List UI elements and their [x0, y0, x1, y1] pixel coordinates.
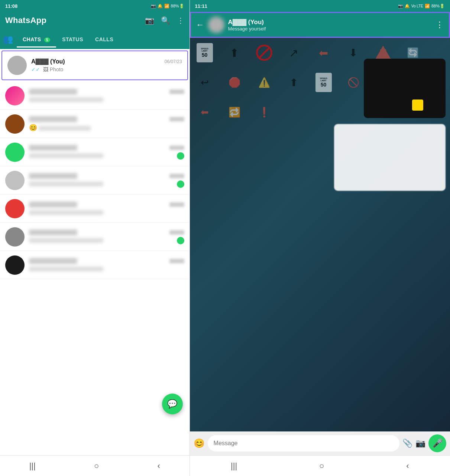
back-button-left[interactable]: ‹ — [158, 461, 160, 471]
chat-item-self[interactable]: A▓▓▓ (You) 06/07/23 ✓✓ 🖼 Photo — [1, 50, 188, 80]
nav-bar-right: ||| ○ ‹ — [190, 455, 450, 476]
chat-item-7[interactable] — [0, 223, 190, 251]
avatar-4 — [5, 143, 25, 162]
chat-top-self: A▓▓▓ (You) 06/07/23 — [31, 58, 182, 65]
signal-icon-left: 🔔 — [158, 4, 163, 9]
chat-top-6 — [29, 202, 184, 208]
avatar-2 — [5, 86, 25, 105]
avatar-6 — [5, 199, 25, 218]
back-button-right-nav[interactable]: ‹ — [406, 461, 409, 471]
chat-preview-8 — [29, 267, 103, 271]
new-chat-icon: 💬 — [167, 399, 177, 409]
home-button-right[interactable]: ○ — [319, 461, 324, 471]
chat-time-8 — [169, 259, 184, 263]
read-tick-icon: ✓✓ — [31, 66, 40, 72]
app-header: WhatsApp 📷 🔍 ⋮ — [0, 12, 190, 30]
chat-item-4[interactable] — [0, 138, 190, 166]
chat-name-7 — [29, 229, 77, 235]
chat-info-5 — [29, 173, 184, 188]
chat-avatar-right[interactable] — [208, 17, 224, 33]
chat-preview-6 — [29, 210, 103, 215]
chat-info-8 — [29, 258, 184, 272]
camera-input-button[interactable]: 📷 — [415, 438, 425, 448]
battery-right: 88%🔋 — [431, 4, 445, 9]
chat-background: SPEED LIMIT 50 ⬆ ↗ ⬅ ⬇ 🔄 ↩ — [190, 38, 450, 431]
chat-preview-4 — [29, 153, 103, 158]
back-button-right[interactable]: ← — [196, 20, 204, 30]
avatar-5 — [5, 171, 25, 190]
chat-item-8[interactable] — [0, 251, 190, 279]
battery-percent-left: 88%🔋 — [171, 4, 184, 9]
document-bubble[interactable] — [334, 124, 446, 191]
chat-list: A▓▓▓ (You) 06/07/23 ✓✓ 🖼 Photo — [0, 49, 190, 455]
recents-button-right[interactable]: ||| — [231, 461, 237, 471]
chat-time-self: 06/07/23 — [165, 59, 182, 64]
chats-badge: 5 — [44, 38, 50, 42]
chat-name-5 — [29, 173, 77, 179]
tab-calls[interactable]: Calls — [89, 31, 119, 48]
unread-badge-7 — [177, 237, 184, 244]
chat-more-button[interactable]: ⋮ — [436, 20, 444, 30]
unread-badge-5 — [177, 180, 184, 188]
messages-area — [190, 38, 450, 431]
chat-info-self: A▓▓▓ (You) 06/07/23 ✓✓ 🖼 Photo — [31, 58, 182, 72]
chat-time-4 — [169, 146, 184, 150]
chat-preview-text-3 — [39, 126, 91, 131]
chat-time-3 — [169, 117, 184, 121]
avatar-3 — [5, 114, 25, 134]
message-input-field[interactable] — [208, 435, 399, 451]
search-button[interactable]: 🔍 — [161, 16, 170, 25]
preview-row-4 — [29, 152, 184, 160]
community-tab-icon[interactable]: 👥 — [3, 35, 13, 44]
preview-row-7 — [29, 237, 184, 244]
camera-icon-right: 📷 — [398, 4, 403, 9]
more-button[interactable]: ⋮ — [177, 16, 184, 25]
chat-info-7 — [29, 229, 184, 244]
chat-name-6 — [29, 202, 77, 208]
chat-top-8 — [29, 258, 184, 264]
status-bar-left: 11:08 📷 🔔 📶 88%🔋 — [0, 0, 190, 12]
chat-preview-3: 😊 — [29, 124, 184, 132]
emoji-button[interactable]: 😊 — [194, 438, 205, 449]
time-left: 11:08 — [5, 3, 17, 9]
chat-info-4 — [29, 145, 184, 160]
mic-button[interactable]: 🎤 — [428, 434, 446, 452]
chat-info-3: 😊 — [29, 116, 184, 132]
chat-info-6 — [29, 202, 184, 216]
chat-name-8 — [29, 258, 77, 264]
bell-icon-right: 🔔 — [405, 4, 410, 9]
wifi-icon-left: 📶 — [164, 4, 169, 9]
tab-chats[interactable]: Chats 5 — [17, 31, 56, 48]
chat-item-3[interactable]: 😊 — [0, 110, 190, 138]
chat-item-6[interactable] — [0, 195, 190, 223]
new-chat-fab[interactable]: 💬 — [162, 394, 183, 414]
emoji-3: 😊 — [29, 124, 37, 131]
chat-item-5[interactable] — [0, 166, 190, 195]
tab-status[interactable]: Status — [56, 31, 89, 48]
status-icons-right: 📷 🔔 Vo LTE 📶 88%🔋 — [398, 4, 445, 9]
chat-item-2[interactable] — [0, 82, 190, 110]
avatar-self — [7, 56, 27, 75]
chat-top-5 — [29, 173, 184, 179]
time-right: 11:11 — [195, 3, 207, 9]
chat-name-2 — [29, 89, 77, 95]
chat-header-right: ← A▓▓▓ (You) Message yourself ⋮ — [190, 12, 450, 38]
chat-info-2 — [29, 89, 184, 103]
tab-status-label: Status — [62, 36, 83, 42]
preview-row-5 — [29, 180, 184, 188]
right-panel: 11:11 📷 🔔 Vo LTE 📶 88%🔋 ← A▓▓▓ (You) Mes… — [190, 0, 450, 476]
chat-top-2 — [29, 89, 184, 95]
tab-chats-label: Chats — [23, 36, 41, 42]
camera-button[interactable]: 📷 — [145, 16, 154, 25]
media-message-bubble[interactable] — [364, 59, 446, 118]
chat-name-4 — [29, 145, 77, 151]
unread-badge-4 — [177, 152, 184, 160]
home-button-left[interactable]: ○ — [94, 461, 99, 471]
recents-button-left[interactable]: ||| — [29, 461, 36, 471]
lte-icon-right: Vo LTE — [411, 4, 423, 8]
left-panel: 11:08 📷 🔔 📶 88%🔋 WhatsApp 📷 🔍 ⋮ 👥 Chats … — [0, 0, 190, 476]
avatar-7 — [5, 227, 25, 247]
chat-name-self: A▓▓▓ (You) — [31, 58, 65, 65]
chat-header-subtitle: Message yourself — [228, 26, 432, 32]
attach-button[interactable]: 📎 — [402, 438, 412, 448]
